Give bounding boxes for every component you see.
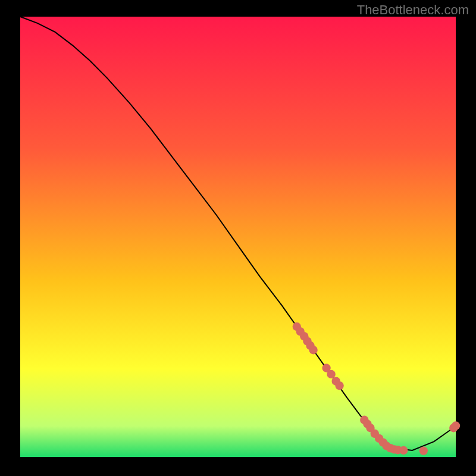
watermark-text: TheBottleneck.com: [357, 2, 469, 18]
data-marker: [309, 346, 317, 354]
plot-area: [20, 17, 456, 457]
data-marker: [335, 381, 343, 390]
data-marker: [452, 421, 460, 430]
chart-canvas: [0, 0, 476, 476]
data-marker: [327, 370, 335, 378]
data-marker: [399, 446, 408, 455]
data-marker: [419, 446, 428, 455]
